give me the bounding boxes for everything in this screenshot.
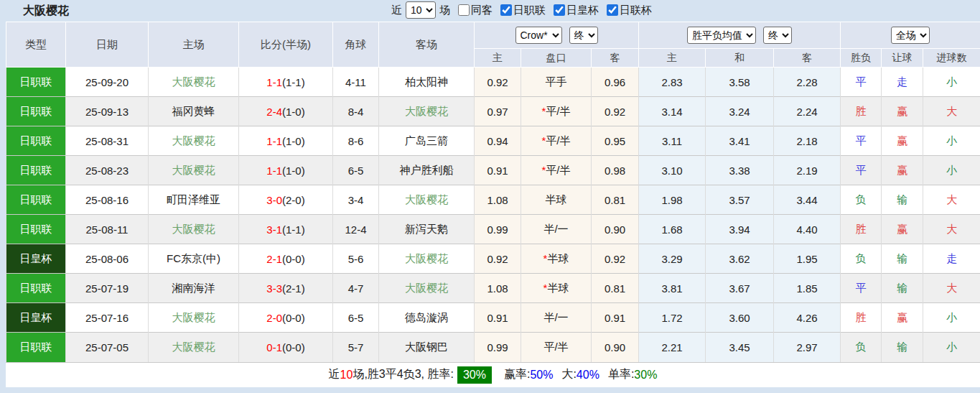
date-cell: 25-09-13 [66, 97, 149, 126]
corner-cell: 12-4 [333, 215, 379, 244]
result-cell: 胜 [841, 215, 882, 244]
handicap-cell: *半球 [521, 244, 592, 274]
home-team-cell: 大阪樱花 [149, 68, 239, 97]
avg-draw-cell: 3.67 [706, 274, 774, 303]
sub-header-goals: 进球数 [923, 49, 980, 68]
league-filter-j1: 日职联 [496, 4, 546, 17]
corner-cell: 4-7 [333, 274, 379, 303]
avg-away-cell: 2.19 [774, 156, 841, 185]
league-cell: 日职联 [6, 97, 66, 126]
team-title: 大阪樱花 [23, 4, 69, 19]
half-time-score: (2-1) [282, 282, 305, 295]
home-odds-cell: 1.08 [475, 185, 521, 215]
result-cell: 平 [841, 156, 882, 185]
home-odds-cell: 0.94 [475, 126, 521, 156]
half-time-score: (0-0) [282, 341, 305, 353]
col-header-away: 客场 [379, 22, 475, 68]
col-header-date: 日期 [66, 22, 149, 68]
away-team-cell: 大阪樱花 [379, 185, 475, 215]
score-cell: 3-3(2-1) [239, 274, 333, 303]
odds-source-select[interactable]: Crow* [515, 27, 562, 44]
date-cell: 25-07-16 [66, 303, 149, 333]
score-cell: 1-1(1-0) [239, 126, 333, 156]
home-odds-cell: 0.97 [475, 97, 521, 126]
avg-home-cell: 3.11 [639, 126, 706, 156]
match-row: 日职联 25-08-31 大阪樱花 1-1(1-0) 8-6 广岛三箭 0.94… [6, 126, 980, 156]
summary-recent-prefix: 近 [329, 367, 340, 382]
league-cell: 日职联 [6, 185, 66, 215]
home-odds-cell: 0.91 [475, 156, 521, 185]
full-time-score: 1-1 [266, 76, 282, 88]
avg-section-header: 胜平负均值 终 [639, 22, 841, 49]
league-filter-j1-checkbox[interactable] [500, 4, 512, 16]
league-filter-emperor-cup-checkbox[interactable] [554, 4, 565, 16]
handicap-result-cell: 赢 [882, 303, 923, 333]
handicap-text: 半/一 [543, 223, 568, 235]
half-time-score: (1-0) [282, 165, 305, 177]
summary-bar: 近 10 场,胜3平4负3, 胜率: 30% 赢率: 50% 大: 40% 单率… [6, 362, 980, 387]
avg-away-cell: 4.26 [774, 303, 841, 333]
corner-cell: 5-6 [333, 244, 379, 274]
handicap-result-cell: 输 [882, 274, 923, 303]
away-odds-cell: 0.91 [592, 303, 639, 333]
away-odds-cell: 0.92 [592, 97, 639, 126]
score-cell: 2-0(0-0) [239, 303, 333, 333]
avg-away-cell: 3.44 [774, 185, 841, 215]
date-cell: 25-08-23 [66, 156, 149, 185]
goals-cell: 小 [923, 156, 980, 185]
handicap-result-cell: 输 [882, 333, 923, 362]
handicap-result-cell: 赢 [882, 126, 923, 156]
result-cell: 胜 [841, 97, 882, 126]
home-odds-cell: 0.92 [475, 244, 521, 274]
same-away-checkbox[interactable] [458, 4, 470, 16]
avg-draw-cell: 3.24 [706, 97, 774, 126]
avg-away-cell: 2.24 [774, 97, 841, 126]
sub-header-odds-home: 主 [475, 49, 521, 68]
date-cell: 25-07-05 [66, 333, 149, 362]
date-cell: 25-09-20 [66, 68, 149, 97]
col-header-type: 类型 [6, 22, 66, 68]
handicap-cell: *平/半 [521, 156, 592, 185]
col-header-score: 比分(半场) [239, 22, 333, 68]
corner-cell: 5-7 [333, 333, 379, 362]
goals-cell: 小 [923, 68, 980, 97]
scope-select[interactable]: 全场 [891, 27, 930, 44]
away-team-cell: 德岛漩涡 [379, 303, 475, 333]
recent-count-select[interactable]: 10 [406, 1, 436, 19]
handicap-cell: 半球 [521, 185, 592, 215]
full-time-score: 2-4 [266, 106, 282, 118]
home-team-cell: 湘南海洋 [149, 274, 239, 303]
half-time-score: (0-0) [282, 253, 305, 265]
full-time-score: 1-1 [266, 165, 282, 177]
league-filter-j1-label: 日职联 [513, 4, 546, 17]
full-time-score: 3-1 [266, 223, 282, 236]
avg-select[interactable]: 胜平负均值 [687, 27, 756, 44]
filter-controls: 近 10 场 同客 日职联 日皇杯 日联杯 [391, 1, 652, 19]
matches-table: 类型 日期 主场 比分(半场) 角球 客场 Crow* 终 胜 [6, 22, 980, 362]
handicap-result-cell: 赢 [882, 97, 923, 126]
away-odds-cell: 0.96 [592, 68, 639, 97]
odds-stage-select[interactable]: 终 [569, 27, 598, 44]
score-cell: 3-0(2-0) [239, 185, 333, 215]
away-odds-cell: 0.95 [592, 126, 639, 156]
league-cell: 日职联 [6, 274, 66, 303]
score-cell: 1-1(1-1) [239, 68, 333, 97]
away-team-cell: 广岛三箭 [379, 126, 475, 156]
home-team-cell: 福冈黄蜂 [149, 97, 239, 126]
col-header-home: 主场 [149, 22, 239, 68]
corner-cell: 6-5 [333, 156, 379, 185]
avg-stage-select[interactable]: 终 [763, 27, 792, 44]
games-label: 场 [439, 4, 450, 17]
league-filter-league-cup-checkbox[interactable] [607, 4, 618, 16]
full-time-score: 1-1 [266, 135, 282, 147]
handicap-cell: 半/一 [521, 303, 592, 333]
league-cell: 日皇杯 [6, 303, 66, 333]
handicap-rate-value: 50% [530, 369, 553, 382]
home-team-cell: 大阪樱花 [149, 126, 239, 156]
league-cell: 日职联 [6, 126, 66, 156]
handicap-result-cell: 赢 [882, 215, 923, 244]
handicap-result-cell: 走 [882, 68, 923, 97]
avg-away-cell: 2.18 [774, 126, 841, 156]
handicap-text: 半球 [547, 252, 569, 264]
goals-cell: 走 [923, 244, 980, 274]
